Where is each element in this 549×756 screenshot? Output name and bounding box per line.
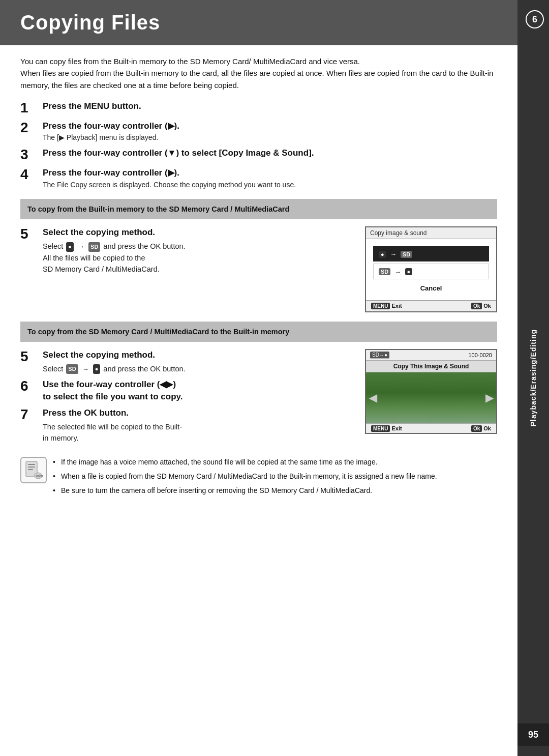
main-content: Copying Files You can copy files from th… xyxy=(0,0,517,756)
menu-item-builtin-to-sd[interactable]: ● → SD xyxy=(373,246,489,261)
sd-icon: SD xyxy=(88,242,100,252)
step-6-title-line1: Use the four-way controller (◀▶) xyxy=(43,380,176,389)
memo-text: If the image has a voice memo attached, … xyxy=(53,457,497,499)
step-7-content: Press the OK button. The selected file w… xyxy=(43,407,355,444)
step-5b-sub: Select SD → ● and press the OK button. xyxy=(43,363,355,374)
svg-text:memo: memo xyxy=(36,474,43,478)
memo-bullet-2: When a file is copied from the SD Memory… xyxy=(53,471,497,482)
photo-screen-top: SD→● 100-0020 xyxy=(366,350,496,361)
step-3: 3 Press the four-way controller (▼) to s… xyxy=(20,147,497,163)
memo-bullet-3: Be sure to turn the camera off before in… xyxy=(53,485,497,497)
photo-nav-left-icon[interactable]: ◀ xyxy=(369,392,377,404)
photo-screen-footer: MENU Exit Ok Ok xyxy=(366,423,496,433)
photo-ok-label: Ok xyxy=(483,425,491,431)
step-5b-num: 5 xyxy=(20,349,43,365)
builtin-icon2: ● xyxy=(93,364,101,374)
photo-exit-label: Exit xyxy=(392,425,402,431)
photo-menu-tag: MENU xyxy=(371,425,390,432)
photo-footer-ok: Ok Ok xyxy=(471,425,491,431)
photo-file-num: 100-0020 xyxy=(469,352,493,358)
screen-body: ● → SD SD → ● Cancel xyxy=(366,239,496,300)
builtin-to-sd-icon: ● → SD xyxy=(378,250,413,258)
camera-screen-1: Copy image & sound ● → SD SD xyxy=(365,226,497,312)
step-7: 7 Press the OK button. The selected file… xyxy=(20,407,355,444)
memo-bullet-1: If the image has a voice memo attached, … xyxy=(53,457,497,468)
step-5b-content: Select the copying method. Select SD → ●… xyxy=(43,349,355,374)
intro-text: You can copy files from the Built-in mem… xyxy=(20,55,497,91)
step-5a-num: 5 xyxy=(20,226,43,242)
arrow-icon2: → xyxy=(82,364,89,374)
step-5a: 5 Select the copying method. Select ● → … xyxy=(20,226,355,275)
page-number: 95 xyxy=(517,723,549,746)
arrow-icon: → xyxy=(78,242,84,252)
memo-list: If the image has a voice memo attached, … xyxy=(53,457,497,496)
menu-item-sd-to-builtin[interactable]: SD → ● xyxy=(373,264,489,279)
photo-indicator: SD→● xyxy=(370,352,390,359)
step-4-title: Press the four-way controller (▶). xyxy=(43,167,497,179)
step-6: 6 Use the four-way controller (◀▶) to se… xyxy=(20,379,355,403)
page-header: Copying Files xyxy=(0,0,517,45)
ok-label: Ok xyxy=(483,303,491,309)
sd-to-builtin-indicator: SD→● xyxy=(370,352,389,359)
screen-footer: MENU Exit Ok Ok xyxy=(366,300,496,311)
step-4-num: 4 xyxy=(20,167,43,183)
memo-icon: memo xyxy=(20,457,47,483)
intro-para1: You can copy files from the Built-in mem… xyxy=(20,55,497,67)
step-4-content: Press the four-way controller (▶). The F… xyxy=(43,167,497,190)
steps-section1: 1 Press the MENU button. 2 Press the fou… xyxy=(20,100,497,190)
step-6-content: Use the four-way controller (◀▶) to sele… xyxy=(43,379,355,403)
photo-nav-right-icon[interactable]: ▶ xyxy=(485,392,493,404)
step-2: 2 Press the four-way controller (▶). The… xyxy=(20,120,497,143)
footer-ok-label: Ok Ok xyxy=(471,303,491,309)
screen-header: Copy image & sound xyxy=(366,227,496,239)
section2-step5: 5 Select the copying method. Select ● → … xyxy=(20,226,497,312)
camera-screen-box: Copy image & sound ● → SD SD xyxy=(365,226,497,312)
step-6-title: Use the four-way controller (◀▶) to sele… xyxy=(43,379,355,403)
step-6-title-line2: to select the file you want to copy. xyxy=(43,392,183,401)
step-4: 4 Press the four-way controller (▶). The… xyxy=(20,167,497,190)
svg-rect-2 xyxy=(28,467,35,468)
memo-svg-icon: memo xyxy=(24,460,43,480)
screen-cancel[interactable]: Cancel xyxy=(373,281,489,295)
photo-screen: SD→● 100-0020 Copy This Image & Sound ◀ … xyxy=(365,349,497,434)
step-2-num: 2 xyxy=(20,120,43,136)
chapter-number: 6 xyxy=(526,10,544,28)
chapter-num-label: 6 xyxy=(532,14,537,25)
footer-menu-label: MENU Exit xyxy=(371,303,402,309)
intro-para2: When files are copied from the Built-in … xyxy=(20,67,497,91)
photo-screen-label: Copy This Image & Sound xyxy=(366,361,496,372)
step-5a-title: Select the copying method. xyxy=(43,226,355,239)
step-7-title: Press the OK button. xyxy=(43,407,355,419)
step-5b: 5 Select the copying method. Select SD →… xyxy=(20,349,355,374)
photo-ok-tag: Ok xyxy=(471,425,482,432)
memo-section: memo If the image has a voice memo attac… xyxy=(20,457,497,499)
step-1-title: Press the MENU button. xyxy=(43,100,497,112)
sd-to-builtin-icon: SD → ● xyxy=(378,267,413,275)
step-3-content: Press the four-way controller (▼) to sel… xyxy=(43,147,497,159)
step-1: 1 Press the MENU button. xyxy=(20,100,497,116)
step-3-num: 3 xyxy=(20,147,43,163)
ok-tag: Ok xyxy=(471,303,482,309)
section2-header: To copy from the Built-in memory to the … xyxy=(20,199,497,219)
step-2-content: Press the four-way controller (▶). The [… xyxy=(43,120,497,143)
sd-icon2: SD xyxy=(66,364,78,374)
section2-step5-left: 5 Select the copying method. Select ● → … xyxy=(20,226,355,279)
photo-screen-image: ◀ ▶ xyxy=(366,372,496,423)
step-6-num: 6 xyxy=(20,379,43,394)
sidebar-label: Playback/Erasing/Editing xyxy=(529,329,537,426)
menu-tag: MENU xyxy=(371,303,390,309)
step-1-content: Press the MENU button. xyxy=(43,100,497,112)
step-2-sub: The [▶ Playback] menu is displayed. xyxy=(43,133,497,143)
step-7-num: 7 xyxy=(20,407,43,423)
page-wrapper: Copying Files You can copy files from th… xyxy=(0,0,549,756)
photo-screen-wrapper: SD→● 100-0020 Copy This Image & Sound ◀ … xyxy=(365,349,497,434)
step-1-num: 1 xyxy=(20,100,43,116)
section3-header: To copy from the SD Memory Card / MultiM… xyxy=(20,322,497,342)
step-2-title: Press the four-way controller (▶). xyxy=(43,120,497,132)
photo-footer-menu: MENU Exit xyxy=(371,425,402,431)
step-5a-content: Select the copying method. Select ● → SD… xyxy=(43,226,355,275)
step-3-title: Press the four-way controller (▼) to sel… xyxy=(43,147,497,159)
section3-steps-left: 5 Select the copying method. Select SD →… xyxy=(20,349,355,448)
step-7-sub: The selected file will be copied to the … xyxy=(43,421,355,444)
step-5b-title: Select the copying method. xyxy=(43,349,355,361)
